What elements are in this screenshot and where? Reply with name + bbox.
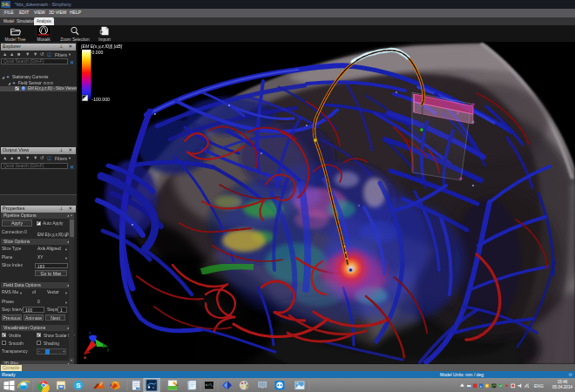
svg-text:-100.000: -100.000 xyxy=(92,97,111,102)
svg-text:S: S xyxy=(76,382,81,389)
svg-text:[EM E(x,y,z,f0)]| [dB]: [EM E(x,y,z,f0)]| [dB] xyxy=(80,44,123,49)
svg-text:C:\_: C:\_ xyxy=(206,382,214,386)
svg-text:0.000: 0.000 xyxy=(92,50,104,55)
svg-text:ENG: ENG xyxy=(534,382,544,388)
